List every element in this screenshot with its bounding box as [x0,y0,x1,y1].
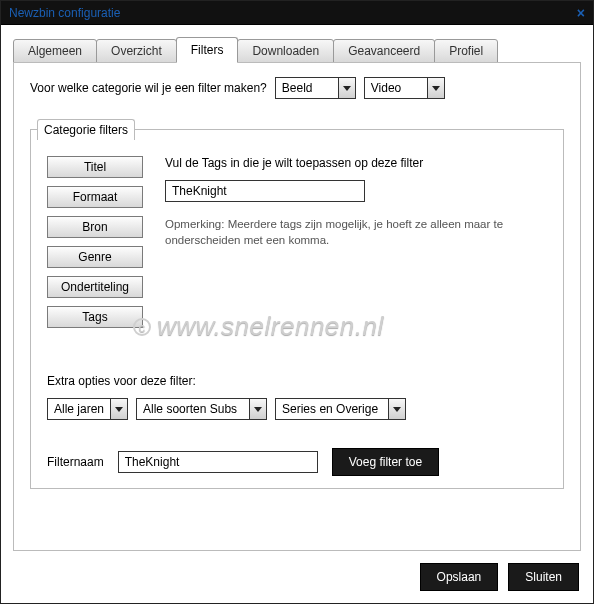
series-select-value: Series en Overige [276,402,388,416]
titlebar: Newzbin configuratie × [1,1,593,25]
category-select-value: Beeld [276,81,338,95]
filtername-row: Filternaam Voeg filter toe [47,448,547,476]
content-area: Algemeen Overzicht Filters Downloaden Ge… [1,25,593,551]
fieldset-legend: Categorie filters [37,119,135,140]
tab-body: Voor welke categorie wil je een filter m… [13,62,581,551]
series-select[interactable]: Series en Overige [275,398,406,420]
category-filters-fieldset: Categorie filters Titel Formaat Bron Gen… [30,119,564,489]
subs-select-value: Alle soorten Subs [137,402,249,416]
btn-bron[interactable]: Bron [47,216,143,238]
year-select[interactable]: Alle jaren [47,398,128,420]
tab-filters[interactable]: Filters [176,37,239,63]
filtername-input[interactable] [118,451,318,473]
btn-ondertiteling[interactable]: Ondertiteling [47,276,143,298]
filter-kind-buttons: Titel Formaat Bron Genre Ondertiteling T… [47,156,143,346]
category-select[interactable]: Beeld [275,77,356,99]
chevron-down-icon [388,399,405,419]
category-question-label: Voor welke categorie wil je een filter m… [30,81,267,95]
subcategory-select[interactable]: Video [364,77,445,99]
chevron-down-icon [338,78,355,98]
extra-options: Extra opties voor deze filter: Alle jare… [47,374,547,476]
close-icon[interactable]: × [577,6,585,20]
window-title: Newzbin configuratie [9,6,120,20]
extra-options-row: Alle jaren Alle soorten Subs Series en O… [47,398,547,420]
filtername-label: Filternaam [47,455,104,469]
tags-input[interactable] [165,180,365,202]
tab-geavanceerd[interactable]: Geavanceerd [333,39,435,63]
subcategory-select-value: Video [365,81,427,95]
mid-row: Titel Formaat Bron Genre Ondertiteling T… [47,156,547,346]
footer: Opslaan Sluiten [1,551,593,603]
year-select-value: Alle jaren [48,402,110,416]
tab-profiel[interactable]: Profiel [434,39,498,63]
extra-options-label: Extra opties voor deze filter: [47,374,547,388]
add-filter-button[interactable]: Voeg filter toe [332,448,439,476]
subs-select[interactable]: Alle soorten Subs [136,398,267,420]
tags-input-label: Vul de Tags in die je wilt toepassen op … [165,156,547,170]
right-column: Vul de Tags in die je wilt toepassen op … [165,156,547,346]
save-button[interactable]: Opslaan [420,563,499,591]
btn-genre[interactable]: Genre [47,246,143,268]
tags-note: Opmerking: Meerdere tags zijn mogelijk, … [165,216,547,248]
chevron-down-icon [427,78,444,98]
chevron-down-icon [249,399,266,419]
tab-overzicht[interactable]: Overzicht [96,39,177,63]
config-window: Newzbin configuratie × Algemeen Overzich… [0,0,594,604]
btn-titel[interactable]: Titel [47,156,143,178]
btn-formaat[interactable]: Formaat [47,186,143,208]
tab-downloaden[interactable]: Downloaden [237,39,334,63]
tabstrip: Algemeen Overzicht Filters Downloaden Ge… [13,37,581,63]
chevron-down-icon [110,399,127,419]
btn-tags[interactable]: Tags [47,306,143,328]
category-question-row: Voor welke categorie wil je een filter m… [30,77,564,99]
close-button[interactable]: Sluiten [508,563,579,591]
tab-algemeen[interactable]: Algemeen [13,39,97,63]
